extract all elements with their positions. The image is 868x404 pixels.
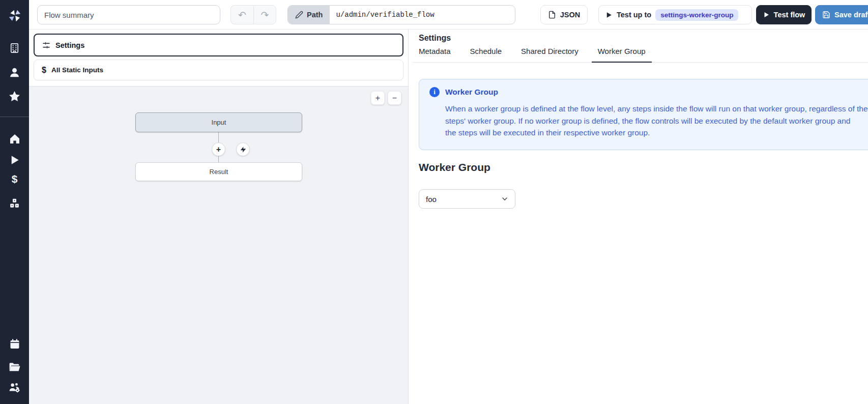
play-outline-icon [605, 11, 613, 19]
tab-metadata[interactable]: Metadata [413, 47, 457, 63]
sliders-icon [42, 41, 51, 50]
runs-play-icon[interactable] [0, 154, 29, 166]
flow-graph-canvas[interactable]: Input + Result + − [29, 86, 408, 404]
info-line: When a worker group is defined at the fl… [445, 103, 868, 115]
pencil-icon [295, 11, 303, 19]
folders-icon[interactable] [0, 361, 29, 373]
info-line: the steps will be executed in their resp… [445, 127, 868, 139]
schedules-calendar-icon[interactable] [0, 338, 29, 350]
json-button[interactable]: JSON [540, 5, 588, 24]
undo-button[interactable]: ↶ [230, 5, 253, 24]
settings-panel-title: Settings [419, 34, 451, 43]
tab-shared-directory[interactable]: Shared Directory [515, 47, 585, 63]
worker-group-section-title: Worker Group [419, 161, 490, 174]
save-draft-button[interactable]: Save draft [815, 5, 868, 24]
tab-worker-group[interactable]: Worker Group [592, 47, 652, 63]
flow-summary-input[interactable] [37, 5, 220, 24]
info-line: steps' worker group. If no worker group … [445, 115, 868, 127]
input-node[interactable]: Input [135, 112, 302, 132]
test-flow-label: Test flow [774, 11, 805, 19]
sidebar-divider [0, 117, 29, 117]
bolt-icon [240, 146, 247, 153]
settings-panel: Settings Metadata Schedule Shared Direct… [408, 30, 868, 404]
all-static-inputs-label: All Static Inputs [51, 66, 103, 74]
path-label: Path [307, 11, 323, 19]
file-json-icon [548, 11, 556, 19]
chevron-down-icon [501, 195, 509, 203]
test-up-to-step-badge[interactable]: settings-worker-group [655, 9, 738, 21]
variables-dollar-icon[interactable]: $ [0, 174, 29, 184]
worker-group-select[interactable]: foo [419, 189, 515, 209]
play-filled-icon [763, 11, 770, 18]
plus-icon: + [216, 145, 221, 154]
tab-schedule[interactable]: Schedule [464, 47, 508, 63]
info-box-header: i Worker Group [429, 87, 868, 97]
user-icon[interactable] [0, 66, 29, 79]
trigger-bolt-button[interactable] [236, 142, 250, 156]
redo-button[interactable]: ↷ [253, 5, 276, 24]
test-up-to-label: Test up to [617, 11, 651, 19]
flow-panel: Settings $ All Static Inputs Input + Res… [29, 30, 408, 404]
save-icon [822, 11, 830, 19]
path-chip[interactable]: Path [288, 6, 330, 24]
test-flow-button[interactable]: Test flow [756, 5, 812, 24]
json-button-label: JSON [560, 11, 581, 19]
test-up-to-button[interactable]: Test up to settings-worker-group [598, 5, 752, 24]
windmill-flow-editor: $ [0, 0, 868, 404]
star-icon[interactable] [0, 90, 29, 103]
building-icon[interactable] [0, 42, 29, 54]
workers-users-gear-icon[interactable] [0, 381, 29, 394]
resources-boxes-icon[interactable] [0, 197, 29, 210]
undo-redo-group: ↶ ↷ [230, 5, 276, 24]
result-node[interactable]: Result [135, 162, 302, 181]
add-step-button[interactable]: + [212, 142, 225, 156]
zoom-in-button[interactable]: + [371, 91, 385, 105]
windmill-logo[interactable] [0, 8, 29, 23]
flow-settings-label: Settings [55, 41, 84, 49]
path-value[interactable]: u/admin/verifiable_flow [330, 6, 515, 24]
dollar-icon: $ [42, 66, 46, 75]
worker-group-info-box: i Worker Group When a worker group is de… [419, 79, 868, 150]
zoom-out-button[interactable]: − [388, 91, 401, 105]
all-static-inputs-button[interactable]: $ All Static Inputs [34, 60, 403, 80]
info-box-title: Worker Group [445, 88, 498, 97]
worker-group-select-value: foo [426, 195, 437, 204]
info-icon: i [429, 87, 440, 97]
path-field[interactable]: Path u/admin/verifiable_flow [287, 5, 515, 24]
home-icon[interactable] [0, 133, 29, 145]
sidebar: $ [0, 0, 29, 404]
flow-settings-button[interactable]: Settings [34, 34, 403, 56]
info-box-body: When a worker group is defined at the fl… [429, 103, 868, 139]
save-draft-label: Save draft [834, 11, 868, 19]
settings-tabs: Metadata Schedule Shared Directory Worke… [413, 47, 868, 63]
topbar: ↶ ↷ Path u/admin/verifiable_flow JSON Te… [29, 0, 868, 30]
